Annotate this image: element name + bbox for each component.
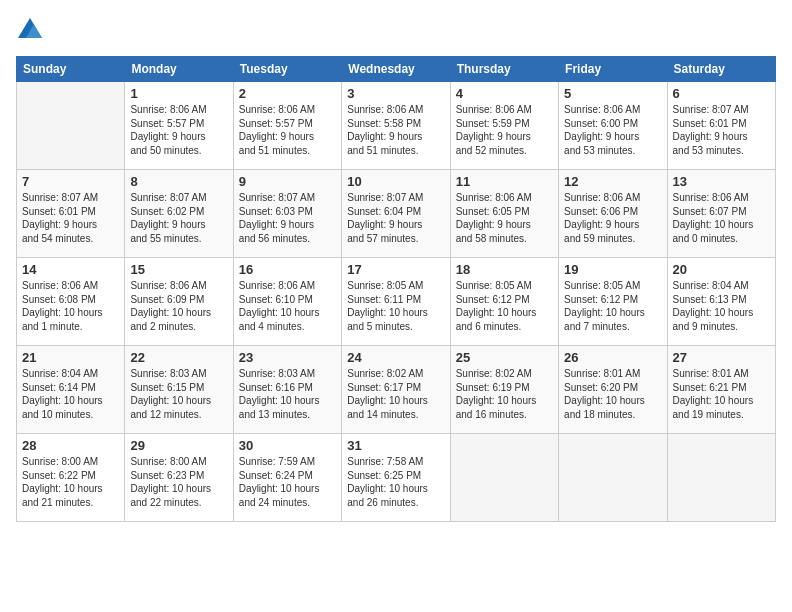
calendar-cell: 15Sunrise: 8:06 AM Sunset: 6:09 PM Dayli… [125,258,233,346]
calendar-cell: 10Sunrise: 8:07 AM Sunset: 6:04 PM Dayli… [342,170,450,258]
cell-text: Sunrise: 8:06 AM Sunset: 5:58 PM Dayligh… [347,103,444,157]
calendar-cell: 7Sunrise: 8:07 AM Sunset: 6:01 PM Daylig… [17,170,125,258]
calendar-cell: 29Sunrise: 8:00 AM Sunset: 6:23 PM Dayli… [125,434,233,522]
logo [16,16,48,44]
header-cell-monday: Monday [125,57,233,82]
cell-text: Sunrise: 8:01 AM Sunset: 6:21 PM Dayligh… [673,367,770,421]
calendar-cell [559,434,667,522]
cell-text: Sunrise: 8:07 AM Sunset: 6:01 PM Dayligh… [673,103,770,157]
day-number: 18 [456,262,553,277]
calendar-cell: 17Sunrise: 8:05 AM Sunset: 6:11 PM Dayli… [342,258,450,346]
calendar-cell: 5Sunrise: 8:06 AM Sunset: 6:00 PM Daylig… [559,82,667,170]
logo-icon [16,16,44,44]
cell-text: Sunrise: 8:05 AM Sunset: 6:11 PM Dayligh… [347,279,444,333]
cell-text: Sunrise: 8:01 AM Sunset: 6:20 PM Dayligh… [564,367,661,421]
cell-text: Sunrise: 8:04 AM Sunset: 6:13 PM Dayligh… [673,279,770,333]
day-number: 29 [130,438,227,453]
day-number: 12 [564,174,661,189]
day-number: 7 [22,174,119,189]
cell-text: Sunrise: 8:06 AM Sunset: 5:57 PM Dayligh… [130,103,227,157]
cell-text: Sunrise: 8:03 AM Sunset: 6:16 PM Dayligh… [239,367,336,421]
cell-text: Sunrise: 8:06 AM Sunset: 6:00 PM Dayligh… [564,103,661,157]
cell-text: Sunrise: 8:05 AM Sunset: 6:12 PM Dayligh… [456,279,553,333]
calendar-cell: 2Sunrise: 8:06 AM Sunset: 5:57 PM Daylig… [233,82,341,170]
calendar-cell: 20Sunrise: 8:04 AM Sunset: 6:13 PM Dayli… [667,258,775,346]
calendar-cell [17,82,125,170]
calendar-cell: 30Sunrise: 7:59 AM Sunset: 6:24 PM Dayli… [233,434,341,522]
cell-text: Sunrise: 8:06 AM Sunset: 6:08 PM Dayligh… [22,279,119,333]
cell-text: Sunrise: 8:06 AM Sunset: 5:59 PM Dayligh… [456,103,553,157]
cell-text: Sunrise: 8:05 AM Sunset: 6:12 PM Dayligh… [564,279,661,333]
day-number: 5 [564,86,661,101]
week-row-5: 28Sunrise: 8:00 AM Sunset: 6:22 PM Dayli… [17,434,776,522]
calendar-cell: 23Sunrise: 8:03 AM Sunset: 6:16 PM Dayli… [233,346,341,434]
calendar-cell: 11Sunrise: 8:06 AM Sunset: 6:05 PM Dayli… [450,170,558,258]
day-number: 19 [564,262,661,277]
calendar-cell: 18Sunrise: 8:05 AM Sunset: 6:12 PM Dayli… [450,258,558,346]
day-number: 23 [239,350,336,365]
cell-text: Sunrise: 8:06 AM Sunset: 6:05 PM Dayligh… [456,191,553,245]
calendar-cell: 9Sunrise: 8:07 AM Sunset: 6:03 PM Daylig… [233,170,341,258]
calendar-cell: 28Sunrise: 8:00 AM Sunset: 6:22 PM Dayli… [17,434,125,522]
day-number: 2 [239,86,336,101]
day-number: 6 [673,86,770,101]
calendar-cell: 6Sunrise: 8:07 AM Sunset: 6:01 PM Daylig… [667,82,775,170]
day-number: 26 [564,350,661,365]
day-number: 11 [456,174,553,189]
cell-text: Sunrise: 8:07 AM Sunset: 6:03 PM Dayligh… [239,191,336,245]
cell-text: Sunrise: 8:02 AM Sunset: 6:19 PM Dayligh… [456,367,553,421]
day-number: 25 [456,350,553,365]
calendar-table: SundayMondayTuesdayWednesdayThursdayFrid… [16,56,776,522]
week-row-1: 1Sunrise: 8:06 AM Sunset: 5:57 PM Daylig… [17,82,776,170]
cell-text: Sunrise: 8:06 AM Sunset: 6:09 PM Dayligh… [130,279,227,333]
calendar-cell: 31Sunrise: 7:58 AM Sunset: 6:25 PM Dayli… [342,434,450,522]
day-number: 15 [130,262,227,277]
day-number: 10 [347,174,444,189]
day-number: 30 [239,438,336,453]
day-number: 24 [347,350,444,365]
day-number: 31 [347,438,444,453]
day-number: 16 [239,262,336,277]
header-cell-saturday: Saturday [667,57,775,82]
cell-text: Sunrise: 8:07 AM Sunset: 6:02 PM Dayligh… [130,191,227,245]
calendar-cell: 1Sunrise: 8:06 AM Sunset: 5:57 PM Daylig… [125,82,233,170]
calendar-cell: 12Sunrise: 8:06 AM Sunset: 6:06 PM Dayli… [559,170,667,258]
calendar-cell: 24Sunrise: 8:02 AM Sunset: 6:17 PM Dayli… [342,346,450,434]
day-number: 14 [22,262,119,277]
calendar-cell: 4Sunrise: 8:06 AM Sunset: 5:59 PM Daylig… [450,82,558,170]
calendar-cell [667,434,775,522]
cell-text: Sunrise: 8:00 AM Sunset: 6:22 PM Dayligh… [22,455,119,509]
header-cell-friday: Friday [559,57,667,82]
cell-text: Sunrise: 8:07 AM Sunset: 6:01 PM Dayligh… [22,191,119,245]
cell-text: Sunrise: 8:06 AM Sunset: 6:07 PM Dayligh… [673,191,770,245]
day-number: 22 [130,350,227,365]
cell-text: Sunrise: 8:04 AM Sunset: 6:14 PM Dayligh… [22,367,119,421]
day-number: 8 [130,174,227,189]
page-header [16,16,776,44]
cell-text: Sunrise: 7:58 AM Sunset: 6:25 PM Dayligh… [347,455,444,509]
calendar-cell: 14Sunrise: 8:06 AM Sunset: 6:08 PM Dayli… [17,258,125,346]
cell-text: Sunrise: 8:07 AM Sunset: 6:04 PM Dayligh… [347,191,444,245]
day-number: 21 [22,350,119,365]
day-number: 28 [22,438,119,453]
cell-text: Sunrise: 8:06 AM Sunset: 5:57 PM Dayligh… [239,103,336,157]
calendar-cell: 19Sunrise: 8:05 AM Sunset: 6:12 PM Dayli… [559,258,667,346]
calendar-cell: 8Sunrise: 8:07 AM Sunset: 6:02 PM Daylig… [125,170,233,258]
week-row-4: 21Sunrise: 8:04 AM Sunset: 6:14 PM Dayli… [17,346,776,434]
calendar-cell: 13Sunrise: 8:06 AM Sunset: 6:07 PM Dayli… [667,170,775,258]
week-row-2: 7Sunrise: 8:07 AM Sunset: 6:01 PM Daylig… [17,170,776,258]
day-number: 17 [347,262,444,277]
calendar-cell: 21Sunrise: 8:04 AM Sunset: 6:14 PM Dayli… [17,346,125,434]
day-number: 9 [239,174,336,189]
calendar-cell [450,434,558,522]
day-number: 4 [456,86,553,101]
cell-text: Sunrise: 8:02 AM Sunset: 6:17 PM Dayligh… [347,367,444,421]
day-number: 1 [130,86,227,101]
cell-text: Sunrise: 8:00 AM Sunset: 6:23 PM Dayligh… [130,455,227,509]
day-number: 20 [673,262,770,277]
week-row-3: 14Sunrise: 8:06 AM Sunset: 6:08 PM Dayli… [17,258,776,346]
calendar-cell: 26Sunrise: 8:01 AM Sunset: 6:20 PM Dayli… [559,346,667,434]
cell-text: Sunrise: 8:06 AM Sunset: 6:10 PM Dayligh… [239,279,336,333]
calendar-cell: 3Sunrise: 8:06 AM Sunset: 5:58 PM Daylig… [342,82,450,170]
day-number: 3 [347,86,444,101]
